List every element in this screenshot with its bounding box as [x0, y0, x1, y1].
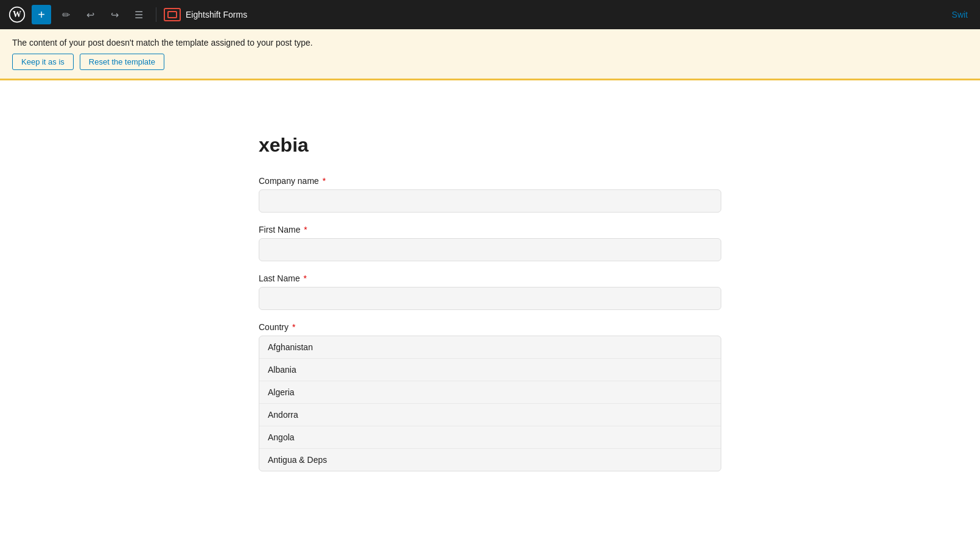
brand-inner-icon: [167, 11, 177, 18]
pencil-icon: ✏: [62, 9, 70, 21]
last-name-group: Last Name *: [259, 273, 721, 310]
company-name-label: Company name *: [259, 176, 721, 186]
first-name-required: *: [304, 225, 307, 234]
brand-logo: Eightshift Forms: [164, 8, 247, 21]
list-view-button[interactable]: ☰: [129, 5, 149, 24]
list-item[interactable]: Albania: [259, 359, 721, 381]
first-name-label: First Name *: [259, 225, 721, 234]
wp-logo[interactable]: W: [7, 5, 27, 24]
first-name-input[interactable]: [259, 238, 721, 261]
reset-template-button[interactable]: Reset the template: [80, 54, 164, 70]
country-group: Country * AfghanistanAlbaniaAlgeriaAndor…: [259, 322, 721, 471]
list-item[interactable]: Antigua & Deps: [259, 449, 721, 471]
list-item[interactable]: Andorra: [259, 404, 721, 426]
first-name-group: First Name *: [259, 225, 721, 261]
redo-button[interactable]: ↪: [105, 5, 124, 24]
notification-banner: The content of your post doesn't match t…: [0, 29, 980, 80]
company-name-group: Company name *: [259, 176, 721, 213]
redo-icon: ↪: [111, 9, 119, 21]
toolbar: W + ✏ ↩ ↪ ☰ Eightshift Forms Swit: [0, 0, 980, 29]
country-listbox[interactable]: AfghanistanAlbaniaAlgeriaAndorraAngolaAn…: [259, 336, 721, 471]
company-name-required: *: [323, 176, 326, 186]
list-icon: ☰: [135, 9, 143, 21]
brand-name: Eightshift Forms: [186, 10, 247, 19]
svg-text:W: W: [13, 10, 21, 19]
undo-button[interactable]: ↩: [80, 5, 100, 24]
switch-button[interactable]: Swit: [947, 7, 973, 22]
country-label: Country *: [259, 322, 721, 332]
toolbar-separator: [156, 7, 156, 22]
list-item[interactable]: Angola: [259, 426, 721, 449]
edit-tool-button[interactable]: ✏: [56, 5, 75, 24]
add-block-button[interactable]: +: [32, 5, 51, 24]
company-name-input[interactable]: [259, 189, 721, 213]
brand-icon: [164, 8, 181, 21]
plus-icon: +: [38, 9, 45, 21]
last-name-input[interactable]: [259, 287, 721, 310]
keep-as-is-button[interactable]: Keep it as is: [12, 54, 74, 70]
form-title: xebia: [259, 134, 721, 157]
notification-message: The content of your post doesn't match t…: [12, 38, 968, 48]
notification-actions: Keep it as is Reset the template: [12, 54, 968, 70]
list-item[interactable]: Afghanistan: [259, 336, 721, 359]
country-required: *: [292, 322, 295, 332]
last-name-label: Last Name *: [259, 273, 721, 283]
last-name-required: *: [304, 273, 307, 283]
form-container: xebia Company name * First Name * Last N…: [259, 122, 721, 496]
list-item[interactable]: Algeria: [259, 381, 721, 404]
undo-icon: ↩: [86, 9, 94, 21]
main-content: xebia Company name * First Name * Last N…: [125, 97, 855, 520]
